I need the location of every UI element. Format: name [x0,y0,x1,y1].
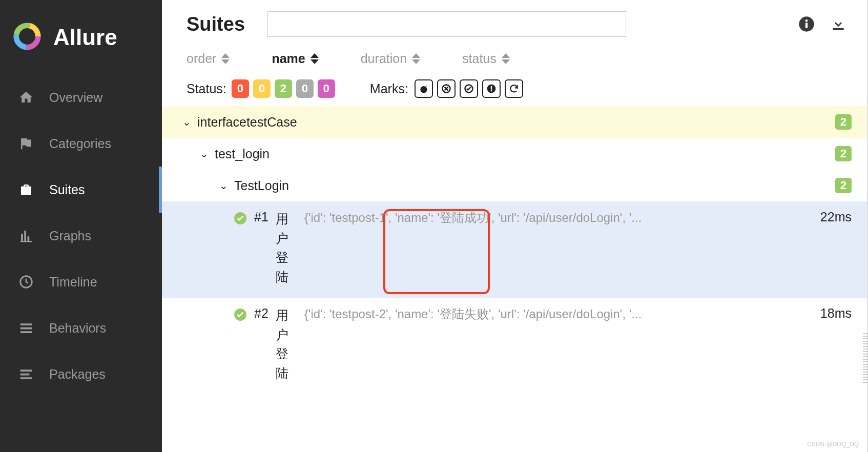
sidebar-item-label: Suites [49,182,85,197]
test-row[interactable]: #1 用户登陆 {'id': 'testpost-1', 'name': '登陆… [162,201,867,298]
tree-label: TestLogin [234,178,289,193]
clock-icon [17,273,35,291]
sidebar-item-label: Overview [49,90,102,105]
mark-check-icon[interactable] [460,79,478,98]
status-filter-row: Status: 0 0 2 0 0 Marks: [162,73,867,106]
allure-logo-icon [12,22,42,53]
mark-alert-icon[interactable] [482,79,501,98]
home-icon [17,89,35,106]
svg-rect-7 [805,23,808,28]
flag-icon [17,135,35,152]
sidebar-item-label: Graphs [49,229,91,243]
svg-point-8 [420,86,427,93]
mark-close-icon[interactable] [437,79,456,98]
sidebar-item-packages[interactable]: Packages [0,351,162,397]
chevron-down-icon: ⌄ [219,179,228,192]
status-badge-skipped[interactable]: 0 [296,79,314,98]
count-badge: 2 [835,178,852,193]
mark-flaky-icon[interactable] [415,79,433,98]
sidebar-item-suites[interactable]: Suites [0,167,162,213]
briefcase-icon [17,181,35,198]
sort-status[interactable]: status [462,51,510,66]
sidebar-items: Overview Categories Suites Graphs Timeli… [0,74,162,397]
svg-rect-12 [491,86,492,90]
header-actions [798,16,846,32]
test-tree: ⌄ interfacetestCase 2 ⌄ test_login 2 ⌄ T… [162,106,867,394]
status-badge-broken[interactable]: 0 [253,79,271,98]
sort-duration[interactable]: duration [361,51,420,66]
test-params: {'id': 'testpost-2', 'name': '登陆失败', 'ur… [304,306,806,322]
status-label: Status: [187,81,226,96]
tree-label: interfacetestCase [197,115,297,130]
test-number: #2 [254,306,268,321]
sort-label: order [187,51,216,66]
status-passed-icon [234,210,247,228]
sidebar-item-label: Behaviors [49,321,106,336]
sort-caret-icon [412,53,420,64]
sort-caret-icon [311,53,319,64]
layers-icon [17,365,35,383]
chevron-down-icon: ⌄ [182,116,191,128]
sidebar: Allure Overview Categories Suites Graphs… [0,0,162,452]
chevron-down-icon: ⌄ [200,148,209,160]
test-name: 用户登陆 [276,306,288,383]
main-content: Suites order name duration status Status… [162,0,868,452]
brand-name: Allure [53,25,117,50]
sidebar-item-timeline[interactable]: Timeline [0,259,162,305]
sidebar-item-label: Timeline [49,275,97,290]
sort-label: duration [361,51,407,66]
tree-label: test_login [215,147,270,161]
marks-label: Marks: [370,81,408,96]
sidebar-header: Allure [0,0,162,74]
sidebar-item-label: Packages [49,367,106,382]
watermark: CSDN @DDQ_DQ [807,441,859,448]
test-params: {'id': 'testpost-1', 'name': '登陆成功', 'ur… [304,210,806,226]
tree-file-row[interactable]: ⌄ test_login 2 [162,138,867,170]
sort-bar: order name duration status [162,44,867,73]
sidebar-item-graphs[interactable]: Graphs [0,213,162,259]
test-duration: 22ms [820,210,852,224]
test-row[interactable]: #2 用户登陆 {'id': 'testpost-2', 'name': '登陆… [162,298,867,394]
download-icon[interactable] [830,16,846,32]
sort-order[interactable]: order [187,51,230,66]
tree-class-row[interactable]: ⌄ TestLogin 2 [162,170,867,201]
svg-point-13 [490,90,492,92]
mark-refresh-icon[interactable] [505,79,523,98]
count-badge: 2 [835,146,852,161]
sort-name[interactable]: name [272,51,318,66]
sort-label: name [272,51,305,66]
list-icon [17,319,35,337]
sidebar-item-label: Categories [49,136,111,151]
bar-chart-icon [17,227,35,244]
test-duration: 18ms [820,306,852,321]
tree-suite-row[interactable]: ⌄ interfacetestCase 2 [162,106,867,138]
sort-caret-icon [221,53,230,64]
sort-label: status [462,51,497,66]
page-title: Suites [187,13,245,35]
status-badge-unknown[interactable]: 0 [318,79,335,98]
svg-point-6 [805,19,808,22]
test-number: #1 [254,210,268,224]
status-badge-failed[interactable]: 0 [232,79,249,98]
status-passed-icon [234,306,247,324]
search-input[interactable] [267,11,626,37]
header: Suites [162,0,867,44]
count-badge: 2 [835,114,852,130]
sidebar-item-behaviors[interactable]: Behaviors [0,305,162,351]
sidebar-item-overview[interactable]: Overview [0,74,162,120]
sidebar-item-categories[interactable]: Categories [0,120,162,167]
sort-caret-icon [502,53,510,64]
status-badge-passed[interactable]: 2 [275,79,292,98]
test-name: 用户登陆 [276,210,288,286]
scroll-indicator [863,333,868,384]
info-icon[interactable] [798,16,815,32]
